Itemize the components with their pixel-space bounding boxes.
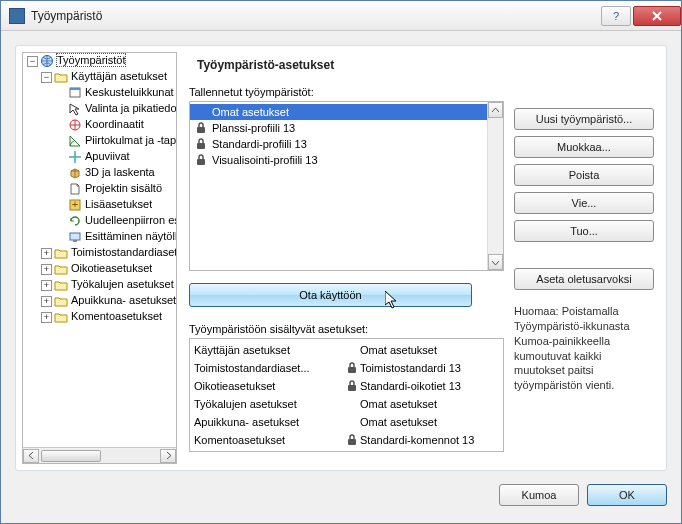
redraw-icon: [68, 214, 82, 228]
lock-icon: [194, 153, 208, 167]
tree-h-scrollbar[interactable]: [23, 447, 176, 463]
list-item[interactable]: Standardi-profiili 13: [190, 136, 487, 152]
tree-node[interactable]: +Komentoasetukset: [23, 309, 176, 325]
folder-icon: [54, 246, 68, 260]
delete-button[interactable]: Poista: [514, 164, 654, 186]
tree-node[interactable]: Valinta ja pikatiedot: [23, 101, 176, 117]
list-item[interactable]: Planssi-profiili 13: [190, 120, 487, 136]
select-icon: [68, 102, 82, 116]
more-icon: +: [68, 198, 82, 212]
import-button[interactable]: Tuo...: [514, 220, 654, 242]
dialog-footer: Kumoa OK: [15, 479, 667, 511]
settings-row: Työkalujen asetuksetOmat asetukset: [190, 395, 503, 413]
svg-rect-14: [348, 439, 356, 445]
svg-text:+: +: [72, 198, 78, 210]
svg-rect-12: [348, 367, 356, 373]
note-text: Huomaa: Poistamalla Työympäristö-ikkunas…: [514, 304, 654, 393]
lock-icon: [344, 433, 360, 447]
new-button[interactable]: Uusi työympäristö...: [514, 108, 654, 130]
main-panel: −Työympäristöt−Käyttäjän asetuksetKeskus…: [15, 45, 667, 471]
svg-rect-3: [70, 88, 80, 90]
ok-button[interactable]: OK: [587, 484, 667, 506]
apply-button[interactable]: Ota käyttöön: [189, 283, 472, 307]
angle-icon: [68, 134, 82, 148]
svg-rect-13: [348, 385, 356, 391]
svg-rect-11: [197, 159, 205, 165]
tree-node[interactable]: Esittäminen näytöllä: [23, 229, 176, 245]
tree-root[interactable]: −Työympäristöt: [23, 53, 176, 69]
folder-icon: [54, 278, 68, 292]
edit-button[interactable]: Muokkaa...: [514, 136, 654, 158]
svg-rect-10: [197, 143, 205, 149]
tree-node[interactable]: 3D ja laskenta: [23, 165, 176, 181]
blank-icon: [194, 105, 208, 119]
stored-list[interactable]: Omat asetuksetPlanssi-profiili 13Standar…: [189, 101, 504, 271]
scroll-thumb[interactable]: [41, 450, 101, 462]
settings-list: Käyttäjän asetuksetOmat asetuksetToimist…: [189, 338, 504, 452]
tree-node[interactable]: −Käyttäjän asetukset: [23, 69, 176, 85]
folder-icon: [54, 70, 68, 84]
settings-row: Käyttäjän asetuksetOmat asetukset: [190, 341, 503, 359]
tree-node[interactable]: Projektin sisältö: [23, 181, 176, 197]
scroll-left-icon[interactable]: [23, 449, 39, 463]
app-icon: [9, 8, 25, 24]
file-icon: [68, 182, 82, 196]
globe-icon: [40, 54, 54, 68]
dialog-window: Työympäristö ? −Työympäristöt−Käyttäjän …: [0, 0, 682, 524]
lock-icon: [344, 379, 360, 393]
button-column: Uusi työympäristö... Muokkaa... Poista V…: [514, 86, 654, 452]
tree-node[interactable]: Uudelleenpiirron es: [23, 213, 176, 229]
settings-row: KomentoasetuksetStandardi-komennot 13: [190, 431, 503, 449]
reset-button[interactable]: Aseta oletusarvoksi: [514, 268, 654, 290]
stored-label: Tallennetut työympäristöt:: [189, 86, 504, 98]
client-area: −Työympäristöt−Käyttäjän asetuksetKeskus…: [1, 31, 681, 523]
folder-icon: [54, 294, 68, 308]
cube-icon: [68, 166, 82, 180]
tree-node[interactable]: +Oikotieasetukset: [23, 261, 176, 277]
settings-row: Toimistostandardiaset...Toimistostandard…: [190, 359, 503, 377]
close-button[interactable]: [633, 6, 681, 26]
coord-icon: [68, 118, 82, 132]
list-item[interactable]: Omat asetukset: [190, 104, 487, 120]
tree-node[interactable]: Keskusteluikkunat: [23, 85, 176, 101]
display-icon: [68, 230, 82, 244]
tree-pane: −Työympäristöt−Käyttäjän asetuksetKeskus…: [16, 46, 181, 470]
lock-icon: [194, 121, 208, 135]
cancel-button[interactable]: Kumoa: [499, 484, 579, 506]
tree[interactable]: −Työympäristöt−Käyttäjän asetuksetKeskus…: [22, 52, 177, 464]
lock-icon: [194, 137, 208, 151]
title-bar: Työympäristö ?: [1, 1, 681, 31]
svg-rect-8: [73, 240, 77, 242]
svg-text:?: ?: [613, 10, 619, 22]
list-item[interactable]: Visualisointi-profiili 13: [190, 152, 487, 168]
svg-rect-9: [197, 127, 205, 133]
folder-icon: [54, 262, 68, 276]
tree-node[interactable]: +Apuikkuna- asetukset: [23, 293, 176, 309]
settings-row: Apuikkuna- asetuksetOmat asetukset: [190, 413, 503, 431]
dialog-icon: [68, 86, 82, 100]
guide-icon: [68, 150, 82, 164]
tree-node[interactable]: +Toimistostandardiaset: [23, 245, 176, 261]
scroll-right-icon[interactable]: [160, 449, 176, 463]
lock-icon: [344, 361, 360, 375]
tree-node[interactable]: +Työkalujen asetukset: [23, 277, 176, 293]
window-title: Työympäristö: [31, 9, 599, 23]
content-pane: Työympäristö-asetukset Tallennetut työym…: [181, 46, 666, 470]
help-button[interactable]: ?: [601, 6, 631, 26]
tree-node[interactable]: +Lisäasetukset: [23, 197, 176, 213]
tree-node[interactable]: Piirtokulmat ja -tapat: [23, 133, 176, 149]
settings-row: OikotieasetuksetStandardi-oikotiet 13: [190, 377, 503, 395]
folder-icon: [54, 310, 68, 324]
scroll-track[interactable]: [39, 449, 160, 463]
stored-v-scrollbar[interactable]: [487, 102, 503, 270]
settings-label: Työympäristöön sisältyvät asetukset:: [189, 323, 504, 335]
export-button[interactable]: Vie...: [514, 192, 654, 214]
tree-node[interactable]: Koordinaatit: [23, 117, 176, 133]
scroll-up-icon[interactable]: [488, 102, 503, 118]
page-title: Työympäristö-asetukset: [197, 58, 654, 72]
scroll-down-icon[interactable]: [488, 254, 503, 270]
tree-node[interactable]: Apuviivat: [23, 149, 176, 165]
svg-rect-7: [70, 233, 80, 240]
